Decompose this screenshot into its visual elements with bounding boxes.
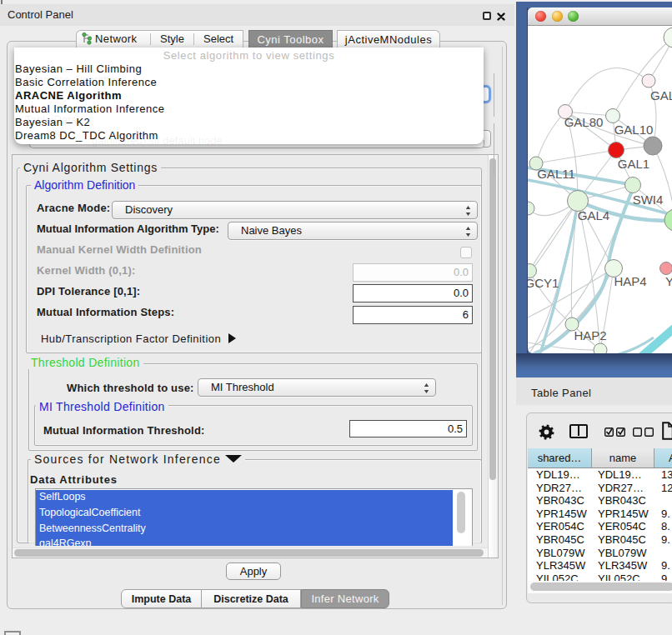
svg-text:GAL7: GAL7 <box>650 88 672 102</box>
svg-text:HAP2: HAP2 <box>574 328 606 342</box>
svg-text:GAL4: GAL4 <box>578 208 609 222</box>
svg-text:GCY1: GCY1 <box>528 276 559 290</box>
svg-text:GAL11: GAL11 <box>537 167 575 181</box>
svg-text:GAL1: GAL1 <box>618 157 649 171</box>
svg-text:SWI4: SWI4 <box>633 192 664 207</box>
svg-text:Y: Y <box>665 274 672 288</box>
svg-text:GAL80: GAL80 <box>564 115 604 129</box>
svg-text:GAL10: GAL10 <box>614 122 654 137</box>
svg-text:HAP4: HAP4 <box>614 274 646 288</box>
